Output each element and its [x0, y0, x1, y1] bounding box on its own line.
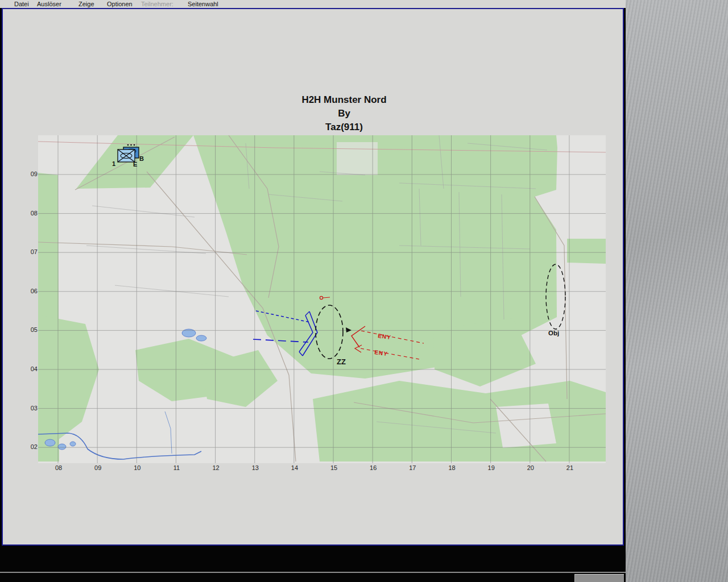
menu-item-seitenwahl[interactable]: Seitenwahl — [188, 1, 218, 7]
unit-number-label: 1 — [112, 160, 115, 167]
x-grid-label-16: 16 — [367, 464, 379, 471]
unit-letter-b-label: B — [139, 155, 144, 162]
objective-obj-label: Obj — [548, 330, 559, 336]
status-bar — [0, 546, 626, 582]
unit-letter-e-label: E — [133, 161, 137, 168]
tactical-map[interactable]: 1 E B ZZ Obj — [38, 135, 606, 463]
menu-item-optionen[interactable]: Optionen — [107, 1, 133, 7]
menu-item-zeige[interactable]: Zeige — [78, 1, 94, 7]
y-grid-label-03: 03 — [24, 405, 38, 411]
scenario-title-line1: H2H Munster Nord — [173, 93, 515, 107]
y-grid-label-04: 04 — [24, 365, 38, 372]
application-screen: Datei Auslöser Zeige Optionen Teilnehmer… — [0, 0, 728, 582]
status-bar-divider — [0, 572, 626, 573]
planning-window: H2H Munster Nord By Taz(911) — [2, 8, 624, 546]
y-grid-label-05: 05 — [24, 326, 38, 333]
scenario-title: H2H Munster Nord By Taz(911) — [173, 93, 515, 134]
x-grid-label-11: 11 — [171, 464, 182, 471]
x-grid-label-12: 12 — [210, 464, 222, 471]
menu-item-teilnehmer: Teilnehmer: — [141, 1, 173, 7]
x-grid-label-08: 08 — [53, 464, 64, 471]
scenario-title-line3: Taz(911) — [173, 120, 515, 134]
menu-bar: Datei Auslöser Zeige Optionen Teilnehmer… — [0, 0, 626, 8]
x-grid-label-18: 18 — [446, 464, 458, 471]
menu-item-datei[interactable]: Datei — [14, 1, 29, 7]
y-grid-label-02: 02 — [24, 443, 38, 450]
x-grid-label-13: 13 — [250, 464, 261, 471]
x-grid-label-14: 14 — [289, 464, 300, 471]
menu-item-ausloeser[interactable]: Auslöser — [37, 1, 61, 7]
x-grid-label-19: 19 — [486, 464, 497, 471]
y-grid-label-08: 08 — [24, 210, 38, 217]
y-grid-label-06: 06 — [24, 288, 38, 294]
x-grid-label-15: 15 — [328, 464, 340, 471]
x-grid-label-20: 20 — [525, 464, 536, 471]
y-grid-label-07: 07 — [24, 248, 38, 255]
scenario-title-line2: By — [173, 107, 515, 120]
y-grid-label-09: 09 — [24, 171, 38, 177]
x-grid-label-17: 17 — [407, 464, 418, 471]
x-grid-label-10: 10 — [131, 464, 143, 471]
x-grid-label-09: 09 — [92, 464, 104, 471]
objective-zz-label: ZZ — [337, 357, 346, 366]
control-sidebar: Start Ende Kartentyp Gelände Sicht Meldu… — [626, 0, 728, 582]
bottom-scrollbar-thumb[interactable] — [574, 574, 624, 582]
x-grid-label-21: 21 — [564, 464, 576, 471]
map-canvas: 1 E B ZZ Obj — [38, 135, 606, 463]
